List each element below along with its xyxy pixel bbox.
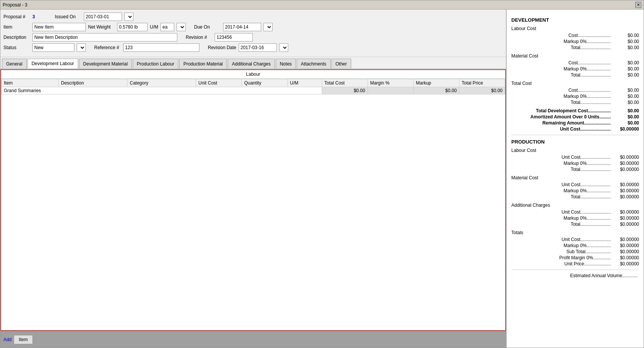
prod-material-unit-cost: $0.00000: [612, 182, 639, 187]
dev-labour-total-label: Total........................: [511, 45, 612, 50]
issued-on-label: Issued On: [55, 14, 82, 19]
um-label: U/M: [150, 24, 158, 30]
status-label: Status: [3, 45, 30, 50]
um-input[interactable]: [161, 23, 174, 31]
totals-section: Totals Unit Cost........................…: [511, 230, 639, 267]
totals-title: Totals: [511, 230, 639, 235]
dev-material-total-line: Total........................ $0.00: [511, 72, 639, 78]
description-label: Description: [3, 35, 30, 40]
tab-dev-labour[interactable]: Development Labour: [27, 59, 78, 69]
col-total-cost: Total Cost: [322, 79, 368, 87]
prod-labour-section: Labour Cost Unit Cost...................…: [511, 148, 639, 172]
table-header-row: Item Description Category Unit Cost Quan…: [2, 79, 505, 87]
add-charges-section: Additional Charges Unit Cost............…: [511, 203, 639, 227]
table-container[interactable]: Item Description Category Unit Cost Quan…: [1, 79, 505, 330]
col-markup: Markup: [413, 79, 459, 87]
title-bar: Proposal - 3 ✕: [0, 0, 644, 10]
labour-table: Item Description Category Unit Cost Quan…: [1, 79, 505, 94]
tab-add-charges[interactable]: Additional Charges: [228, 59, 275, 69]
col-description: Description: [59, 79, 127, 87]
dev-material-markup-value: $0.00: [612, 66, 639, 72]
revision-date-input[interactable]: [239, 43, 277, 52]
production-title: PRODUCTION: [511, 139, 639, 145]
item-input[interactable]: [32, 23, 86, 31]
labour-header: Labour: [1, 70, 505, 79]
col-total-price: Total Price: [459, 79, 505, 87]
dev-labour-cost-label: Cost..........................: [511, 33, 612, 38]
reference-label: Reference #: [94, 45, 121, 50]
status-dropdown[interactable]: [77, 43, 86, 52]
divider-2: [511, 270, 639, 270]
right-panel: DEVELOPMENT Labour Cost Cost............…: [506, 10, 644, 348]
left-panel: Proposal # 3 Issued On Item Net Weight U…: [0, 10, 506, 348]
prod-labour-markup: $0.00000: [612, 161, 639, 166]
dev-total-cost-section: Total Cost Cost.........................…: [511, 81, 639, 105]
revision-input[interactable]: [215, 33, 253, 42]
main-window: Proposal - 3 ✕ Proposal # 3 Issued On: [0, 0, 644, 348]
issued-on-input[interactable]: [84, 13, 122, 21]
dev-total-total-value: $0.00: [612, 100, 639, 105]
dev-material-markup-line: Markup 0%................... $0.00: [511, 66, 639, 72]
dev-labour-markup-line: Markup 0%................... $0.00: [511, 39, 639, 44]
tab-other[interactable]: Other: [331, 59, 351, 69]
dev-labour-cost-value: $0.00: [612, 33, 639, 38]
tab-prod-labour[interactable]: Production Labour: [133, 59, 178, 69]
development-title: DEVELOPMENT: [511, 17, 639, 23]
unit-cost-dev-value: $0.00000: [612, 126, 639, 132]
dev-total-cost-title: Total Cost: [511, 81, 639, 86]
due-on-input[interactable]: [223, 23, 261, 31]
net-weight-label: Net Weight: [88, 24, 115, 30]
dev-total-cost-value: $0.00: [612, 88, 639, 93]
prod-material-section: Material Cost Unit Cost.................…: [511, 175, 639, 200]
item-button[interactable]: Item: [14, 335, 32, 344]
col-unit-cost: Unit Cost: [196, 79, 242, 87]
add-charges-unit-cost: $0.00000: [612, 209, 639, 215]
tab-dev-material[interactable]: Development Material: [79, 59, 132, 69]
prod-material-title: Material Cost: [511, 175, 639, 180]
grand-label: Grand Summaries: [2, 87, 322, 94]
close-button[interactable]: ✕: [635, 2, 641, 8]
add-link[interactable]: Add: [3, 337, 11, 342]
form-area: Proposal # 3 Issued On Item Net Weight U…: [0, 10, 506, 57]
tab-prod-material[interactable]: Production Material: [179, 59, 227, 69]
dev-material-cost-section: Material Cost Cost......................…: [511, 53, 639, 78]
dev-labour-markup-label: Markup 0%...................: [511, 39, 612, 44]
revision-date-dropdown[interactable]: [279, 43, 288, 52]
form-row-1: Proposal # 3 Issued On: [3, 13, 503, 21]
totals-unit-price: $0.00000: [612, 261, 639, 267]
col-um: U/M: [287, 79, 322, 87]
net-weight-input[interactable]: [117, 23, 148, 31]
window-title: Proposal - 3: [3, 2, 27, 8]
tab-notes[interactable]: Notes: [276, 59, 296, 69]
add-charges-title: Additional Charges: [511, 203, 639, 208]
totals-markup: $0.00000: [612, 243, 639, 248]
tabs-bar: General Development Labour Development M…: [0, 57, 506, 69]
dev-material-cost-value: $0.00: [612, 60, 639, 65]
add-charges-total: $0.00000: [612, 222, 639, 227]
grand-total-price: $0.00: [459, 87, 505, 94]
dev-labour-markup-value: $0.00: [612, 39, 639, 44]
um-dropdown[interactable]: [177, 23, 186, 31]
due-on-dropdown[interactable]: [263, 23, 273, 31]
grand-margin: [368, 87, 413, 94]
revision-label: Revision #: [186, 35, 212, 40]
tab-attachments[interactable]: Attachments: [297, 59, 331, 69]
reference-input[interactable]: [123, 43, 199, 52]
grand-total-cost: $0.00: [322, 87, 368, 94]
tab-general[interactable]: General: [2, 59, 27, 69]
dev-material-cost-title: Material Cost: [511, 53, 639, 59]
issued-on-dropdown[interactable]: [124, 13, 133, 21]
description-input[interactable]: [32, 33, 177, 42]
status-input[interactable]: [32, 43, 74, 52]
proposal-value: 3: [32, 14, 35, 19]
est-annual-volume-label: Estimated Annual Volume............: [511, 273, 639, 278]
dev-labour-cost-title: Labour Cost: [511, 26, 639, 31]
form-row-3: Description Revision #: [3, 33, 503, 42]
divider-1: [511, 135, 639, 135]
prod-material-markup: $0.00000: [612, 188, 639, 193]
dev-labour-total-value: $0.00: [612, 45, 639, 50]
dev-labour-total-line: Total........................ $0.00: [511, 45, 639, 50]
dev-material-total-value: $0.00: [612, 72, 639, 78]
totals-profit-margin: $0.00000: [612, 255, 639, 260]
prod-labour-unit-cost: $0.00000: [612, 155, 639, 160]
